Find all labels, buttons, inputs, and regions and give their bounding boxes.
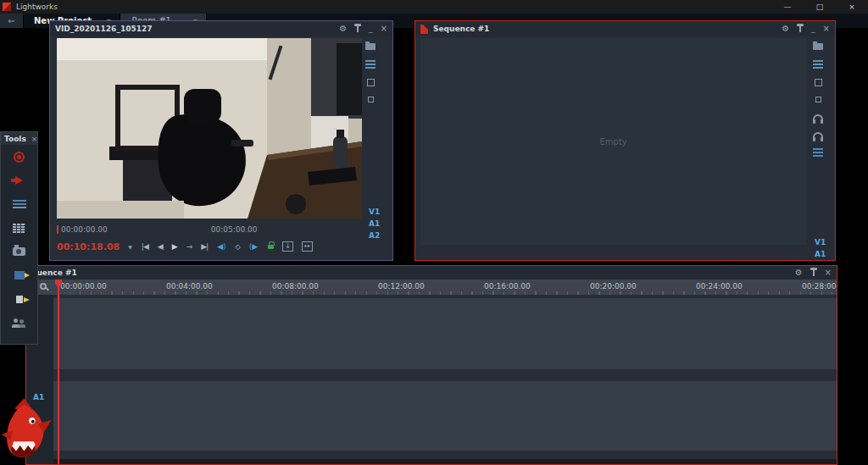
viewer-header-icons: ⚙ _ × xyxy=(339,25,387,33)
headphones-icon[interactable] xyxy=(813,114,823,120)
ruler-label: 00:16:00.00 xyxy=(484,282,531,291)
tile-view-icon[interactable] xyxy=(367,79,375,86)
capture-tool[interactable] xyxy=(1,240,37,263)
archive-icon xyxy=(16,296,23,303)
audio-track-partial[interactable] xyxy=(53,459,837,465)
sequence-header[interactable]: Sequence #1 ⚙ _ × xyxy=(415,21,835,36)
small-tile-icon[interactable] xyxy=(368,97,374,102)
playhead-line[interactable] xyxy=(58,280,59,464)
timeline-icon xyxy=(13,200,26,202)
headset-icon[interactable] xyxy=(813,132,823,138)
viewer-timecode-strip[interactable]: 00:00:00.00 00:05:00.00 xyxy=(57,224,362,235)
timeline-header-icons: ⚙ × xyxy=(795,268,832,277)
window-controls: — □ × xyxy=(771,0,868,14)
viewer-track-labels: V1 A1 A2 xyxy=(369,208,380,240)
settings-icon[interactable]: ⚙ xyxy=(795,268,803,277)
desktop-shark-image xyxy=(2,396,58,464)
lock-icon[interactable] xyxy=(268,245,274,249)
tools-panel: Tools × xyxy=(0,131,38,345)
zoom-icon[interactable] xyxy=(40,283,47,290)
tools-header[interactable]: Tools × xyxy=(1,132,37,145)
step-forward-button[interactable]: → xyxy=(186,242,192,251)
export-icon xyxy=(14,271,25,280)
export-tool[interactable] xyxy=(1,263,37,287)
audio-mixer-icon[interactable] xyxy=(813,148,823,150)
sequence-header-icons: ⚙ _ × xyxy=(782,25,830,33)
close-button[interactable]: × xyxy=(836,0,868,14)
back-button[interactable]: ⇐ xyxy=(0,14,24,28)
close-panel-icon[interactable]: × xyxy=(31,135,38,143)
small-tile-icon[interactable] xyxy=(815,97,821,102)
source-viewer-panel: VID_20201126_105127 ⚙ _ × xyxy=(49,20,393,261)
fit-to-fill-button[interactable]: ↔ xyxy=(302,241,313,252)
archive-tool[interactable] xyxy=(1,287,37,311)
timecode-mid: 00:05:00.00 xyxy=(211,225,258,234)
current-timecode[interactable]: 00:10:18.08 xyxy=(57,241,120,252)
chevron-down-icon[interactable]: ▼ xyxy=(128,244,132,250)
minimize-panel-icon[interactable]: _ xyxy=(369,25,373,33)
back-arrow-icon: ⇐ xyxy=(8,16,14,25)
track-a1-label[interactable]: A1 xyxy=(369,219,380,228)
minimize-panel-icon[interactable]: _ xyxy=(811,25,815,33)
minimize-button[interactable]: — xyxy=(771,0,804,14)
audio-track-a1[interactable] xyxy=(53,381,837,451)
pin-icon[interactable] xyxy=(357,26,359,32)
timeline-header[interactable]: quence #1 ⚙ × xyxy=(26,266,837,280)
viewer-header[interactable]: VID_20201126_105127 ⚙ _ × xyxy=(50,21,392,36)
track-a1-label[interactable]: A1 xyxy=(815,250,826,258)
close-panel-icon[interactable]: × xyxy=(381,25,387,33)
track-v1-label[interactable]: V1 xyxy=(369,208,380,216)
folder-icon[interactable] xyxy=(813,43,823,50)
timeline-panel: quence #1 ⚙ × 00:00:00.00 00:04:00.00 00… xyxy=(25,265,837,465)
bins-tool[interactable] xyxy=(1,216,37,240)
audio-scrub-back-icon[interactable]: ◀) xyxy=(217,242,225,251)
video-frame-image xyxy=(57,38,362,219)
list-view-icon[interactable] xyxy=(365,60,376,62)
sequence-empty-area[interactable]: Empty xyxy=(420,38,806,245)
pin-icon[interactable] xyxy=(799,26,801,32)
folder-icon[interactable] xyxy=(365,43,376,50)
lightworks-app: Lightworks — □ × ⇐ New Project ▼ Room #1… xyxy=(0,0,868,465)
tools-column xyxy=(1,145,37,344)
record-tool[interactable] xyxy=(1,145,37,169)
ruler-label: 00:24:00.00 xyxy=(696,282,743,291)
insert-edit-button[interactable]: ↓ xyxy=(282,241,293,252)
ruler-label: 00:04:00.00 xyxy=(166,282,213,291)
ruler-label: 00:20:00.00 xyxy=(590,282,637,291)
track-v1-label[interactable]: V1 xyxy=(815,238,826,246)
go-to-start-button[interactable]: |◀ xyxy=(142,242,148,251)
close-panel-icon[interactable]: × xyxy=(825,268,832,277)
sequence-viewer-panel: Sequence #1 ⚙ _ × Empty V1 A1 xyxy=(415,20,836,261)
settings-icon[interactable]: ⚙ xyxy=(339,25,347,33)
video-preview[interactable] xyxy=(57,38,362,219)
camera-icon xyxy=(13,247,25,256)
sequence-title: Sequence #1 xyxy=(433,25,489,33)
timecode-start: 00:00:00.00 xyxy=(61,225,108,234)
close-panel-icon[interactable]: × xyxy=(823,25,830,33)
viewer-title: VID_20201126_105127 xyxy=(55,25,152,33)
import-tool[interactable] xyxy=(1,169,37,192)
settings-icon[interactable]: ⚙ xyxy=(782,25,789,33)
bins-grid-icon xyxy=(13,224,25,233)
tools-title: Tools xyxy=(4,135,26,143)
tile-view-icon[interactable] xyxy=(815,79,822,86)
audio-scrub-forward-icon[interactable]: (▶ xyxy=(249,242,258,251)
users-icon xyxy=(13,318,26,328)
users-tool[interactable] xyxy=(1,311,37,335)
titlebar: Lightworks — □ × xyxy=(0,0,868,14)
viewer-playhead-icon[interactable] xyxy=(57,225,58,234)
marker-icon[interactable]: ◇ xyxy=(236,243,240,251)
sequence-rail xyxy=(813,43,823,157)
play-button[interactable]: ▶ xyxy=(172,242,177,251)
timeline-ruler[interactable]: 00:00:00.00 00:04:00.00 00:08:00.00 00:1… xyxy=(26,280,837,295)
app-title: Lightworks xyxy=(16,3,58,11)
track-gap xyxy=(53,369,837,381)
pin-icon[interactable] xyxy=(813,270,815,276)
maximize-button[interactable]: □ xyxy=(804,0,836,14)
edit-timeline-tool[interactable] xyxy=(1,192,37,216)
import-icon xyxy=(15,176,23,185)
list-view-icon[interactable] xyxy=(813,60,823,62)
go-to-end-button[interactable]: ▶| xyxy=(201,242,208,251)
video-track[interactable] xyxy=(53,298,837,369)
step-back-button[interactable]: ◀ xyxy=(158,242,163,251)
